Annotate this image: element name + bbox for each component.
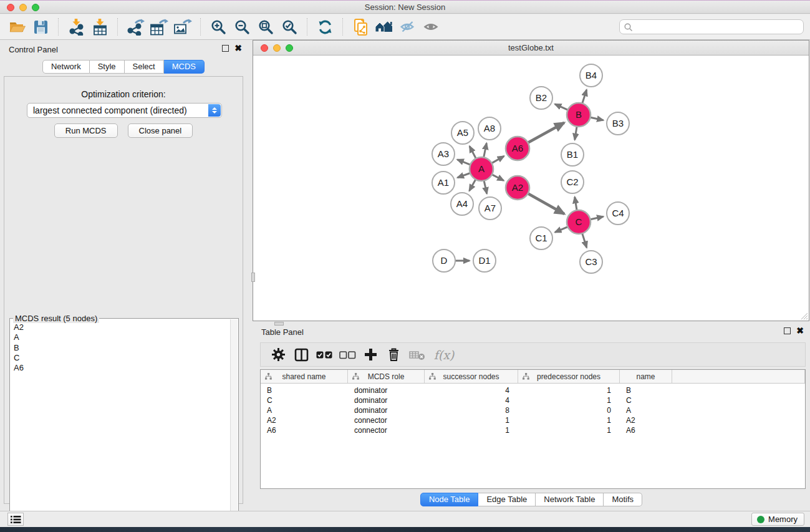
cell-successor-nodes[interactable]: 4 bbox=[425, 385, 518, 395]
tab-mcds[interactable]: MCDS bbox=[164, 60, 205, 74]
cell-predecessor-nodes[interactable]: 1 bbox=[518, 415, 620, 425]
column-header-successor-nodes[interactable]: successor nodes bbox=[425, 370, 518, 383]
close-panel-button[interactable]: Close panel bbox=[128, 123, 193, 138]
criterion-select[interactable]: largest connected component (directed) bbox=[27, 103, 222, 118]
table-panel: Table Panel ✖ bbox=[253, 325, 810, 511]
column-header-mcds-role[interactable]: MCDS role bbox=[348, 370, 425, 383]
result-item-a2[interactable]: A2 bbox=[10, 322, 229, 332]
column-header-name[interactable]: name bbox=[620, 370, 672, 383]
table-settings-button[interactable] bbox=[267, 346, 290, 364]
refresh-button[interactable] bbox=[313, 16, 337, 37]
search-input[interactable] bbox=[635, 21, 799, 33]
edge-B-B3 bbox=[589, 117, 604, 120]
column-header-predecessor-nodes[interactable]: predecessor nodes bbox=[518, 370, 620, 383]
zoom-out-button[interactable] bbox=[230, 16, 254, 37]
result-item-b[interactable]: B bbox=[10, 343, 229, 353]
node-label-A6: A6 bbox=[512, 143, 523, 153]
cell-successor-nodes[interactable]: 1 bbox=[425, 425, 518, 435]
home-button[interactable] bbox=[372, 16, 396, 37]
zoom-in-button[interactable] bbox=[206, 16, 230, 37]
cell-predecessor-nodes[interactable]: 1 bbox=[518, 385, 620, 395]
result-scrollbar[interactable] bbox=[230, 319, 238, 532]
export-network-button[interactable] bbox=[123, 16, 147, 37]
cell-successor-nodes[interactable]: 1 bbox=[425, 415, 518, 425]
tab-select[interactable]: Select bbox=[125, 60, 164, 74]
resize-grip[interactable] bbox=[799, 311, 808, 320]
run-mcds-button[interactable]: Run MCDS bbox=[54, 123, 118, 138]
network-from-file-button[interactable] bbox=[349, 16, 372, 37]
memory-button[interactable]: Memory bbox=[751, 513, 804, 526]
import-network-icon bbox=[68, 19, 85, 36]
close-table-panel-icon[interactable]: ✖ bbox=[796, 327, 804, 334]
create-column-button[interactable] bbox=[359, 346, 382, 364]
function-builder-button[interactable]: f(x) bbox=[428, 346, 460, 364]
column-label: successor nodes bbox=[443, 372, 499, 381]
table-row: A6connector11A6 bbox=[261, 425, 805, 435]
result-item-a[interactable]: A bbox=[10, 332, 229, 342]
checked-boxes-icon bbox=[316, 351, 333, 359]
main-toolbar bbox=[0, 14, 810, 40]
cell-name[interactable]: A6 bbox=[620, 425, 672, 435]
unchecked-boxes-icon bbox=[339, 351, 356, 359]
cell-mcds-role[interactable]: connector bbox=[348, 425, 425, 435]
cell-successor-nodes[interactable]: 8 bbox=[425, 405, 518, 415]
tab-motifs[interactable]: Motifs bbox=[604, 493, 642, 506]
tab-network[interactable]: Network bbox=[42, 60, 90, 74]
delete-table-button[interactable] bbox=[405, 346, 428, 364]
save-session-button[interactable] bbox=[29, 16, 52, 37]
show-all-button[interactable] bbox=[420, 16, 443, 37]
cell-shared-name[interactable]: B bbox=[261, 385, 348, 395]
zoom-fit-button[interactable] bbox=[254, 16, 277, 37]
open-session-button[interactable] bbox=[5, 16, 29, 37]
cell-successor-nodes[interactable]: 4 bbox=[425, 395, 518, 405]
cell-name[interactable]: B bbox=[620, 385, 672, 395]
cell-shared-name[interactable]: A2 bbox=[261, 415, 348, 425]
result-item-c[interactable]: C bbox=[10, 353, 229, 363]
show-columns-button[interactable] bbox=[290, 346, 313, 364]
column-header-shared-name[interactable]: shared name bbox=[261, 370, 348, 383]
zoom-selected-button[interactable] bbox=[277, 16, 301, 37]
cell-shared-name[interactable]: A6 bbox=[261, 425, 348, 435]
cell-predecessor-nodes[interactable]: 1 bbox=[518, 395, 620, 405]
export-table-button[interactable] bbox=[147, 16, 171, 37]
select-all-rows-button[interactable] bbox=[313, 346, 336, 364]
export-image-button[interactable] bbox=[171, 16, 195, 37]
mcds-result-box: MCDS result (5 nodes) A2ABCA6 bbox=[9, 318, 239, 532]
edge-C-C2 bbox=[575, 197, 577, 211]
cell-predecessor-nodes[interactable]: 1 bbox=[518, 425, 620, 435]
import-table-button[interactable] bbox=[88, 16, 112, 37]
import-network-button[interactable] bbox=[64, 16, 88, 37]
close-panel-icon[interactable]: ✖ bbox=[234, 45, 242, 52]
list-icon bbox=[11, 515, 21, 524]
result-item-a6[interactable]: A6 bbox=[10, 363, 229, 373]
cell-predecessor-nodes[interactable]: 0 bbox=[518, 405, 620, 415]
hide-selected-button[interactable] bbox=[396, 16, 420, 37]
vertical-splitter-handle[interactable] bbox=[251, 273, 255, 282]
cell-filler bbox=[672, 405, 805, 415]
float-table-panel-icon[interactable] bbox=[784, 327, 791, 334]
cell-shared-name[interactable]: A bbox=[261, 405, 348, 415]
save-floppy-icon bbox=[33, 19, 49, 35]
float-panel-icon[interactable] bbox=[222, 45, 229, 52]
tab-node-table[interactable]: Node Table bbox=[420, 493, 479, 506]
deselect-all-rows-button[interactable] bbox=[336, 346, 359, 364]
delete-columns-button[interactable] bbox=[382, 346, 405, 364]
node-label-C2: C2 bbox=[566, 177, 578, 187]
network-canvas[interactable]: B4B2BB3B1A5A8A6A3AA1A2C2A4A7C4CC1C3DD1 bbox=[253, 56, 809, 321]
cell-name[interactable]: A bbox=[620, 405, 672, 415]
cell-name[interactable]: C bbox=[620, 395, 672, 405]
plus-icon bbox=[364, 347, 378, 362]
tab-edge-table[interactable]: Edge Table bbox=[478, 493, 536, 506]
tab-style[interactable]: Style bbox=[90, 60, 125, 74]
cell-mcds-role[interactable]: dominator bbox=[348, 385, 425, 395]
edge-A2-C bbox=[527, 193, 564, 214]
cell-mcds-role[interactable]: dominator bbox=[348, 395, 425, 405]
cell-name[interactable]: A2 bbox=[620, 415, 672, 425]
tab-network-table[interactable]: Network Table bbox=[536, 493, 604, 506]
task-history-button[interactable] bbox=[7, 513, 24, 526]
cell-mcds-role[interactable]: dominator bbox=[348, 405, 425, 415]
cell-shared-name[interactable]: C bbox=[261, 395, 348, 405]
mcds-result-title: MCDS result (5 nodes) bbox=[13, 314, 99, 323]
cell-mcds-role[interactable]: connector bbox=[348, 415, 425, 425]
select-stepper-icon bbox=[208, 104, 221, 117]
